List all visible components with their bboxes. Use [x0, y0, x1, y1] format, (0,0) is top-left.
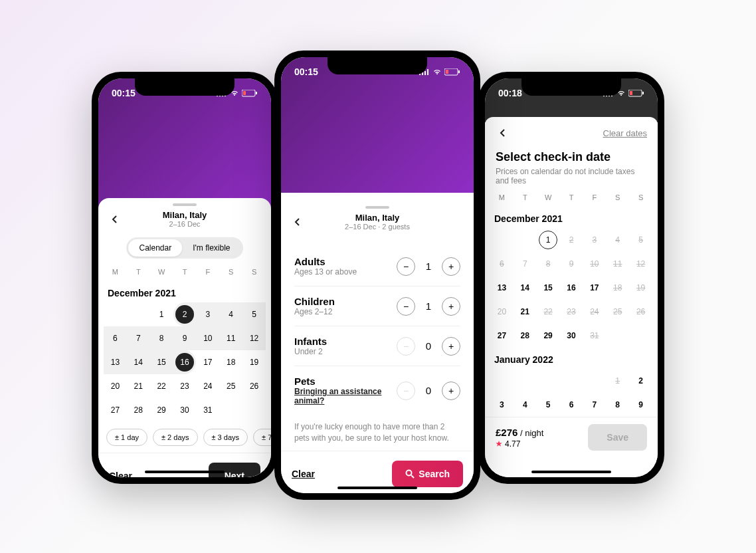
calendar-day: 4	[606, 228, 629, 252]
calendar-day[interactable]: 15	[150, 350, 173, 374]
calendar-day: 10	[583, 252, 606, 276]
calendar-day[interactable]: 17	[583, 276, 606, 300]
home-indicator[interactable]	[337, 487, 417, 489]
calendar-day[interactable]: 9	[173, 326, 197, 350]
calendar-day[interactable]: 22	[150, 374, 173, 398]
calendar-day[interactable]: 7	[583, 393, 606, 417]
calendar-day[interactable]: 3	[490, 393, 514, 417]
clear-link[interactable]: Clear	[109, 471, 132, 477]
tab-calendar[interactable]: Calendar	[128, 239, 182, 257]
month-label-jan: January 2022	[485, 348, 658, 369]
calendar-grid: 1234567891011121314151617181920212223242…	[98, 302, 271, 422]
phone-when: 00:15 When will you be there? Milan, Ita…	[92, 72, 278, 484]
calendar-day: 20	[490, 300, 514, 324]
calendar-day[interactable]: 2	[629, 369, 652, 393]
calendar-day[interactable]: 11	[219, 326, 242, 350]
rating: 4.77	[505, 439, 520, 449]
search-button[interactable]: Search	[392, 461, 463, 487]
calendar-day[interactable]: 21	[514, 300, 537, 324]
flex-chip[interactable]: ± 3 days	[203, 429, 248, 446]
back-button[interactable]	[108, 211, 124, 227]
increment-button[interactable]: +	[442, 382, 460, 400]
calendar-day[interactable]: 6	[560, 393, 583, 417]
sheet-handle[interactable]	[173, 203, 197, 206]
calendar-day[interactable]: 8	[150, 326, 173, 350]
calendar-day[interactable]: 21	[127, 374, 150, 398]
calendar-day[interactable]: 20	[104, 374, 127, 398]
weekday: S	[606, 193, 629, 201]
calendar-day: 11	[606, 252, 629, 276]
calendar-day[interactable]: 19	[242, 350, 266, 374]
calendar-day[interactable]: 29	[537, 324, 560, 348]
calendar-day[interactable]: 26	[242, 374, 266, 398]
calendar-day[interactable]: 16	[560, 276, 583, 300]
calendar-day[interactable]: 6	[104, 326, 127, 350]
weekday: T	[127, 268, 150, 276]
calendar-day[interactable]: 1	[150, 302, 173, 326]
weekday: M	[104, 268, 127, 276]
calendar-day[interactable]: 31	[196, 398, 219, 422]
calendar-day[interactable]: 24	[196, 374, 219, 398]
per-night: / night	[518, 428, 543, 438]
calendar-day[interactable]: 4	[514, 393, 537, 417]
save-button[interactable]: Save	[588, 424, 647, 451]
increment-button[interactable]: +	[442, 337, 460, 356]
calendar-day[interactable]: 14	[514, 276, 537, 300]
calendar-day[interactable]: 8	[606, 393, 629, 417]
tab-flexible[interactable]: I'm flexible	[182, 239, 240, 257]
increment-button[interactable]: +	[442, 297, 460, 316]
flex-chip[interactable]: ± 1 day	[106, 429, 147, 446]
calendar-day[interactable]: 14	[127, 350, 150, 374]
calendar-day: 12	[629, 252, 652, 276]
calendar-day[interactable]: 23	[173, 374, 197, 398]
calendar-day[interactable]: 27	[104, 398, 127, 422]
calendar-day[interactable]: 10	[196, 326, 219, 350]
calendar-day[interactable]: 17	[196, 350, 219, 374]
calendar-day[interactable]: 27	[490, 324, 514, 348]
guest-sub[interactable]: Bringing an assistance animal?	[294, 387, 397, 405]
calendar-day[interactable]: 18	[219, 350, 242, 374]
calendar-day[interactable]: 30	[173, 398, 197, 422]
calendar-day[interactable]: 12	[242, 326, 266, 350]
calendar-day: 6	[490, 252, 514, 276]
weekday: W	[150, 268, 173, 276]
calendar-day[interactable]: 9	[629, 393, 652, 417]
decrement-button[interactable]: −	[397, 297, 415, 316]
increment-button[interactable]: +	[442, 257, 460, 276]
weekday-header: MTWTFSS	[485, 193, 658, 207]
next-button[interactable]: Next	[209, 463, 260, 477]
calendar-day[interactable]: 13	[104, 350, 127, 374]
calendar-day[interactable]: 3	[196, 302, 219, 326]
guest-label: Pets	[294, 376, 397, 387]
decrement-button[interactable]: −	[397, 257, 415, 276]
home-indicator[interactable]	[531, 471, 611, 473]
flex-chip[interactable]: ± 2 days	[153, 429, 198, 446]
calendar-day[interactable]: 25	[219, 374, 242, 398]
calendar-day[interactable]: 29	[150, 398, 173, 422]
calendar-day[interactable]: 1	[537, 228, 560, 252]
calendar-day[interactable]: 16	[173, 350, 197, 374]
close-button[interactable]	[496, 125, 512, 141]
notch	[135, 78, 235, 96]
calendar-day[interactable]: 5	[537, 393, 560, 417]
calendar-day[interactable]: 30	[560, 324, 583, 348]
calendar-day[interactable]: 5	[242, 302, 266, 326]
back-button[interactable]	[290, 214, 306, 230]
calendar-day[interactable]: 15	[537, 276, 560, 300]
calendar-day[interactable]: 28	[127, 398, 150, 422]
flex-chip[interactable]: ± 7 d	[253, 429, 271, 446]
clear-link[interactable]: Clear	[292, 469, 315, 479]
home-indicator[interactable]	[145, 471, 225, 473]
calendar-day[interactable]: 13	[490, 276, 514, 300]
calendar-day[interactable]: 4	[219, 302, 242, 326]
svg-rect-10	[630, 91, 632, 95]
status-time: 00:15	[112, 88, 136, 98]
calendar-day[interactable]: 28	[514, 324, 537, 348]
location-title: Milan, Italy	[292, 213, 463, 223]
weekday: S	[629, 193, 652, 201]
calendar-day[interactable]: 7	[127, 326, 150, 350]
pets-note: If you're lucky enough to have more than…	[281, 415, 474, 451]
clear-dates-link[interactable]: Clear dates	[603, 128, 647, 138]
sheet-handle[interactable]	[365, 206, 389, 209]
calendar-day[interactable]: 2	[173, 302, 197, 326]
